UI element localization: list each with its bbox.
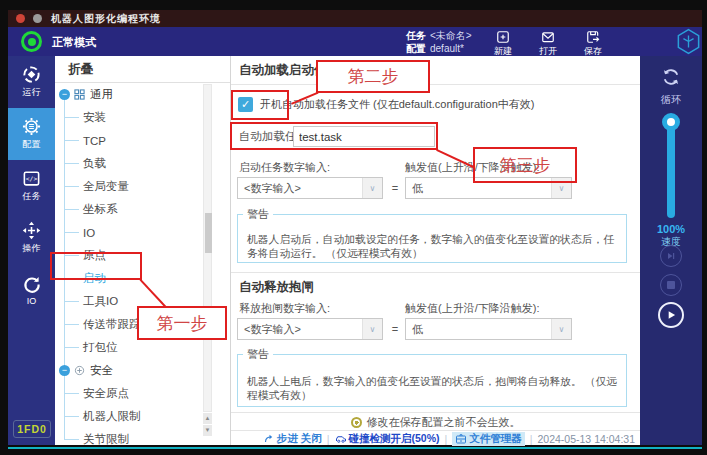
collision-detect-toggle[interactable]: 碰撞检测开启(50%) (335, 432, 440, 446)
statusbar-divider: | (445, 433, 448, 445)
status-note-row: 修改在保存配置之前不会生效。 (231, 414, 640, 430)
right-control-panel: 循环 100% 速度 (640, 56, 702, 445)
step-mode-label: 步进 关闭 (277, 432, 322, 446)
sidebar-item-io[interactable]: IO (8, 264, 55, 316)
main-panel: 自动加载启动任务 ✓ 开机自动加载任务文件 (仅在default.configu… (230, 56, 640, 445)
config-value: default* (430, 43, 464, 54)
step-arrow-icon (263, 433, 275, 445)
sidebar-item-label: 任务 (23, 190, 41, 203)
sidebar-item-operate[interactable]: 操作 (8, 212, 55, 264)
play-button[interactable] (658, 302, 684, 328)
config-label: 配置 (406, 43, 426, 54)
tree-connector-line (64, 347, 79, 348)
loop-label: 循环 (640, 93, 702, 107)
tree-collapse-header[interactable]: 折叠 (55, 56, 230, 83)
sidebar-item-config[interactable]: 配置 (8, 108, 55, 160)
stop-icon (667, 281, 675, 289)
tree-item-label: IO (83, 227, 95, 239)
tree-connector-line (64, 232, 79, 233)
warning-title: 警告 (243, 347, 273, 362)
brake-di-value: <数字输入> (238, 322, 362, 337)
loop-mode-button[interactable]: 循环 (640, 66, 702, 107)
divider (231, 430, 640, 431)
tree-item-label: 工具IO (83, 294, 118, 309)
equals-sign: = (388, 318, 402, 340)
warning-title: 警告 (243, 207, 273, 222)
file-manager-button[interactable]: 文件管理器 (452, 432, 525, 446)
sidebar-item-label: 操作 (23, 242, 41, 255)
start-di-label: 启动任务数字输入: (239, 160, 330, 174)
speed-slider-handle[interactable] (662, 113, 680, 131)
stop-button[interactable] (660, 274, 682, 296)
move-arrows-icon (22, 221, 41, 240)
minimize-button[interactable] (33, 14, 42, 23)
collapse-toggle-icon[interactable]: − (59, 89, 70, 100)
warning-text-brake: 机器人上电后，数字输入的值变化至设置的状态后，抱闸将自动释放。 （仅远程模式有效… (247, 374, 623, 402)
tree-item-label: 关节限制 (83, 432, 129, 447)
left-nav: 运行 配置 </> 任务 操作 IO 1FD0 (8, 56, 55, 445)
start-di-select[interactable]: <数字输入> ∨ (237, 177, 383, 199)
collapse-toggle-icon[interactable]: − (59, 365, 70, 376)
app-window: 机器人图形化编程环境 正常模式 任务<未命名> 配置default* 新建 打开… (0, 0, 707, 455)
equals-sign: = (388, 177, 402, 199)
scroll-down-button[interactable]: ▼ (203, 425, 212, 436)
statusbar: 步进 关闭 | 碰撞检测开启(50%) | 文件管理器 | 2024-05-13… (263, 432, 635, 446)
file-manager-label: 文件管理器 (469, 432, 522, 446)
tree-connector-line (64, 163, 79, 164)
tree-scrollbar[interactable] (203, 84, 212, 412)
annotation-box-startup-item (50, 252, 142, 280)
open-file-icon (541, 30, 555, 44)
status-badge: 1FD0 (13, 420, 51, 438)
statusbar-timestamp: 2024-05-13 14:04:31 (538, 433, 636, 445)
close-button[interactable] (16, 14, 25, 23)
annotation-box-task-file (230, 122, 438, 150)
play-icon (664, 308, 678, 322)
save-icon (586, 30, 600, 44)
new-button[interactable]: 新建 (485, 29, 521, 58)
tree-group-label: 通用 (90, 87, 113, 102)
chevron-down-icon: ∨ (551, 319, 571, 339)
loop-icon (660, 66, 682, 88)
tree-item-label: 打包位 (83, 340, 118, 355)
tree-group-label: 安全 (90, 363, 113, 378)
task-label: 任务 (406, 30, 426, 41)
tree-item-label: 坐标系 (83, 202, 118, 217)
sidebar-item-label: IO (27, 296, 37, 306)
speed-slider-track[interactable] (667, 122, 675, 218)
open-button[interactable]: 打开 (530, 29, 566, 58)
speed-value: 100% (640, 223, 702, 235)
code-task-icon: </> (22, 169, 41, 188)
tree-connector-line (64, 324, 79, 325)
window-bottom-edge (8, 447, 702, 449)
warning-text-autoload: 机器人启动后，自动加载设定的任务，数字输入的值变化至设置的状态后，任务将自动运行… (247, 232, 623, 260)
tree-connector-line (64, 439, 79, 440)
divider (231, 412, 640, 413)
scroll-up-button[interactable]: ▲ (203, 413, 212, 424)
brand-logo-icon (674, 28, 703, 55)
tree-item-label: 全局变量 (83, 179, 129, 194)
window-title: 机器人图形化编程环境 (51, 12, 161, 26)
sidebar-item-label: 配置 (23, 138, 41, 151)
collision-car-icon (335, 433, 347, 445)
tree-item-label: 安装 (83, 110, 106, 125)
step-forward-button[interactable] (660, 245, 682, 267)
annotation-box-checkbox (231, 90, 289, 120)
brake-trigger-select[interactable]: 低 ∨ (405, 318, 572, 340)
mode-label: 正常模式 (52, 35, 96, 50)
chevron-down-icon: ∨ (362, 178, 382, 198)
sidebar-item-run[interactable]: 运行 (8, 56, 55, 108)
gear-icon (22, 117, 41, 136)
step-mode-toggle[interactable]: 步进 关闭 (263, 432, 322, 446)
brake-di-select[interactable]: <数字输入> ∨ (237, 318, 383, 340)
tree-connector-line (64, 186, 79, 187)
sidebar-item-task[interactable]: </> 任务 (8, 160, 55, 212)
task-value: <未命名> (430, 30, 472, 41)
statusbar-divider: | (327, 433, 330, 445)
tree-scrollbar-thumb[interactable] (205, 213, 212, 253)
tree-connector-line (64, 209, 79, 210)
save-button[interactable]: 保存 (575, 29, 611, 58)
tree-connector-line (64, 301, 79, 302)
tree-connector-line (64, 140, 79, 141)
brake-trigger-value: 低 (406, 322, 551, 337)
divider (231, 84, 640, 85)
